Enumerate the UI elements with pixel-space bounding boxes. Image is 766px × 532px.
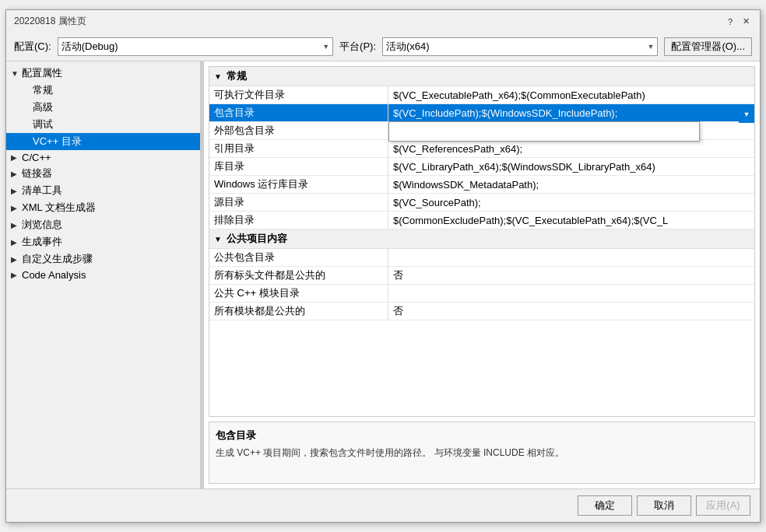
prop-row-lib-dirs[interactable]: 库目录 $(VC_LibraryPath_x64);$(WindowsSDK_L… xyxy=(209,158,754,176)
section-public-label: 公共项目内容 xyxy=(227,232,287,246)
prop-name-lib-dirs: 库目录 xyxy=(209,158,388,175)
config-label: 配置(C): xyxy=(14,40,51,54)
platform-value: 活动(x64) xyxy=(386,40,430,54)
sidebar-general-label: 常规 xyxy=(33,84,53,96)
root-expand-icon: ▼ xyxy=(11,69,22,78)
platform-label: 平台(P): xyxy=(339,40,376,54)
prop-name-include-dirs: 包含目录 xyxy=(209,104,388,121)
sidebar-item-vcpp[interactable]: VC++ 目录 xyxy=(6,133,200,150)
config-manager-button[interactable]: 配置管理器(O)... xyxy=(664,37,752,56)
title-bar: 20220818 属性页 ? ✕ xyxy=(6,10,760,33)
description-area: 包含目录 生成 VC++ 项目期间，搜索包含文件时使用的路径。 与环境变量 IN… xyxy=(209,422,755,484)
sidebar-build-events-label: 生成事件 xyxy=(22,235,62,249)
prop-row-all-headers[interactable]: 所有标头文件都是公共的 否 xyxy=(209,267,754,285)
prop-value-excl-dirs: $(CommonExcludePath);$(VC_ExecutablePath… xyxy=(388,213,754,228)
config-combo[interactable]: 活动(Debug) ▼ xyxy=(58,37,333,56)
linker-expand-icon: ▶ xyxy=(11,170,22,178)
main-content: ▼ 配置属性 常规 高级 调试 VC++ 目录 ▶ C/C++ ▶ xyxy=(6,61,760,488)
prop-value-include-dirs: $(VC_IncludePath);$(WindowsSDK_IncludePa… xyxy=(388,106,754,121)
section-general-label: 常规 xyxy=(227,69,247,83)
build-events-expand-icon: ▶ xyxy=(11,238,22,247)
platform-combo-arrow-icon: ▼ xyxy=(647,43,654,51)
sidebar-item-advanced[interactable]: 高级 xyxy=(6,99,200,116)
prop-name-ext-include: 外部包含目录 xyxy=(209,122,388,139)
content-area: ▼ 常规 可执行文件目录 $(VC_ExecutablePath_x64);$(… xyxy=(204,61,760,488)
config-value: 活动(Debug) xyxy=(61,40,118,54)
sidebar-item-code-analysis[interactable]: ▶ Code Analysis xyxy=(6,268,200,282)
sidebar-item-browse[interactable]: ▶ 浏览信息 xyxy=(6,216,200,233)
properties-table: ▼ 常规 可执行文件目录 $(VC_ExecutablePath_x64);$(… xyxy=(209,66,755,417)
prop-row-pub-include[interactable]: 公共包含目录 xyxy=(209,249,754,267)
prop-name-exec-path: 可执行文件目录 xyxy=(209,86,388,103)
xml-expand-icon: ▶ xyxy=(11,204,22,212)
sidebar-code-analysis-label: Code Analysis xyxy=(22,269,86,281)
prop-name-all-modules: 所有模块都是公共的 xyxy=(209,303,388,320)
prop-name-all-headers: 所有标头文件都是公共的 xyxy=(209,267,388,284)
prop-row-pub-cpp-module[interactable]: 公共 C++ 模块目录 xyxy=(209,285,754,303)
prop-row-all-modules[interactable]: 所有模块都是公共的 否 xyxy=(209,303,754,320)
sidebar-item-cpp[interactable]: ▶ C/C++ xyxy=(6,150,200,165)
prop-value-win-rt-dirs: $(WindowsSDK_MetadataPath); xyxy=(388,177,754,192)
prop-value-src-dirs: $(VC_SourcePath); xyxy=(388,195,754,210)
prop-name-pub-include: 公共包含目录 xyxy=(209,249,388,266)
sidebar-item-manifest[interactable]: ▶ 清单工具 xyxy=(6,182,200,199)
sidebar-manifest-label: 清单工具 xyxy=(22,184,62,198)
help-button[interactable]: ? xyxy=(724,16,736,28)
close-button[interactable]: ✕ xyxy=(740,16,752,28)
sidebar-cpp-label: C/C++ xyxy=(22,152,51,163)
prop-value-pub-cpp-module xyxy=(388,292,754,295)
sidebar-vcpp-label: VC++ 目录 xyxy=(33,135,82,147)
sidebar-root-label: 配置属性 xyxy=(22,66,62,80)
sidebar-xml-label: XML 文档生成器 xyxy=(22,201,96,215)
custom-build-expand-icon: ▶ xyxy=(11,255,22,264)
sidebar-advanced-label: 高级 xyxy=(33,101,53,113)
dialog-title: 20220818 属性页 xyxy=(14,15,86,28)
toolbar-row: 配置(C): 活动(Debug) ▼ 平台(P): 活动(x64) ▼ 配置管理… xyxy=(6,33,760,61)
description-title: 包含目录 xyxy=(216,429,748,443)
sidebar-item-build-events[interactable]: ▶ 生成事件 xyxy=(6,233,200,250)
sidebar-item-xml[interactable]: ▶ XML 文档生成器 xyxy=(6,199,200,216)
description-text: 生成 VC++ 项目期间，搜索包含文件时使用的路径。 与环境变量 INCLUDE… xyxy=(216,446,748,460)
section-header-general[interactable]: ▼ 常规 xyxy=(209,67,754,86)
section-general-expand-icon: ▼ xyxy=(214,72,225,81)
prop-value-ref-dirs: $(VC_ReferencesPath_x64); xyxy=(388,142,754,156)
prop-row-exec-path[interactable]: 可执行文件目录 $(VC_ExecutablePath_x64);$(Commo… xyxy=(209,86,754,104)
dropdown-item-edit[interactable]: <编辑...> xyxy=(389,122,699,141)
prop-value-lib-dirs: $(VC_LibraryPath_x64);$(WindowsSDK_Libra… xyxy=(388,159,754,174)
sidebar-custom-build-label: 自定义生成步骤 xyxy=(22,252,93,266)
apply-button[interactable]: 应用(A) xyxy=(696,495,750,516)
section-header-public[interactable]: ▼ 公共项目内容 xyxy=(209,229,754,249)
include-dirs-dropdown: <编辑...> xyxy=(388,121,700,142)
prop-value-all-headers: 否 xyxy=(388,267,754,284)
manifest-expand-icon: ▶ xyxy=(11,187,22,195)
prop-value-pub-include xyxy=(388,256,754,259)
sidebar-item-debug[interactable]: 调试 xyxy=(6,116,200,133)
prop-row-include-dirs[interactable]: 包含目录 $(VC_IncludePath);$(WindowsSDK_Incl… xyxy=(209,104,754,122)
prop-name-excl-dirs: 排除目录 xyxy=(209,212,388,229)
title-bar-controls: ? ✕ xyxy=(724,16,752,28)
prop-row-ref-dirs[interactable]: 引用目录 $(VC_ReferencesPath_x64); xyxy=(209,140,754,158)
cpp-expand-icon: ▶ xyxy=(11,153,22,162)
cancel-button[interactable]: 取消 xyxy=(637,495,691,516)
browse-expand-icon: ▶ xyxy=(11,221,22,229)
platform-combo[interactable]: 活动(x64) ▼ xyxy=(382,37,658,56)
include-dirs-dropdown-btn[interactable] xyxy=(739,106,754,123)
sidebar-item-general[interactable]: 常规 xyxy=(6,82,200,99)
include-dirs-value-container: $(VC_IncludePath);$(WindowsSDK_IncludePa… xyxy=(388,106,754,121)
config-combo-arrow-icon: ▼ xyxy=(322,43,329,51)
sidebar-item-linker[interactable]: ▶ 链接器 xyxy=(6,165,200,182)
prop-row-win-rt-dirs[interactable]: Windows 运行库目录 $(WindowsSDK_MetadataPath)… xyxy=(209,176,754,194)
sidebar-root[interactable]: ▼ 配置属性 xyxy=(6,65,200,82)
prop-name-win-rt-dirs: Windows 运行库目录 xyxy=(209,176,388,193)
prop-value-all-modules: 否 xyxy=(388,303,754,320)
sidebar-linker-label: 链接器 xyxy=(22,166,52,180)
sidebar-item-custom-build[interactable]: ▶ 自定义生成步骤 xyxy=(6,250,200,268)
prop-row-src-dirs[interactable]: 源目录 $(VC_SourcePath); xyxy=(209,194,754,212)
footer: 确定 取消 应用(A) xyxy=(6,488,760,522)
section-public-expand-icon: ▼ xyxy=(214,235,225,243)
prop-name-src-dirs: 源目录 xyxy=(209,194,388,211)
ok-button[interactable]: 确定 xyxy=(578,495,632,516)
sidebar: ▼ 配置属性 常规 高级 调试 VC++ 目录 ▶ C/C++ ▶ xyxy=(6,61,201,488)
sidebar-debug-label: 调试 xyxy=(33,118,53,130)
prop-row-excl-dirs[interactable]: 排除目录 $(CommonExcludePath);$(VC_Executabl… xyxy=(209,212,754,229)
